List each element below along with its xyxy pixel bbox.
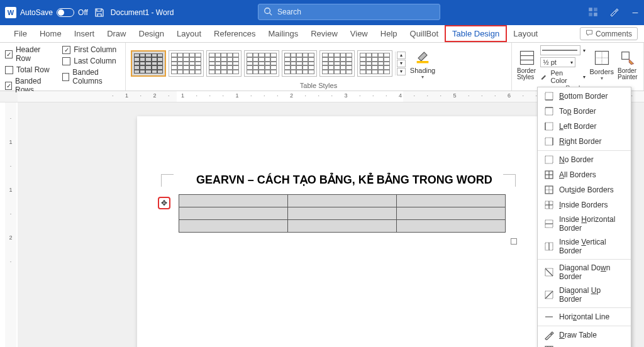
menu-draw-table[interactable]: Draw Table xyxy=(538,328,631,343)
tab-file[interactable]: File xyxy=(8,25,33,42)
group-borders: Border Styles ▾ ½ pt▾ Pen Color ▾ xyxy=(512,43,644,91)
diag-down-icon xyxy=(544,267,554,277)
menu-right-border[interactable]: Right Border xyxy=(538,134,631,149)
inside-borders-icon xyxy=(544,200,554,210)
table-move-handle[interactable]: ✥ xyxy=(158,197,170,209)
svg-rect-4 xyxy=(589,13,592,16)
chk-first-column[interactable]: First Column xyxy=(62,45,120,54)
brush-icon[interactable] xyxy=(609,7,619,19)
menu-inside-vertical-border[interactable]: Inside Vertical Border xyxy=(538,235,631,258)
left-border-icon xyxy=(544,121,554,131)
autosave-state: Off xyxy=(78,8,88,17)
svg-rect-21 xyxy=(545,138,553,145)
borders-icon xyxy=(593,49,611,67)
border-painter-button[interactable]: Border Painter xyxy=(618,49,638,80)
toggle-off-icon[interactable] xyxy=(57,8,74,17)
hline-icon xyxy=(544,312,554,322)
chk-header-row[interactable]: Header Row xyxy=(5,45,53,63)
svg-rect-19 xyxy=(545,123,553,130)
inside-h-border-icon xyxy=(544,219,554,229)
search-input[interactable]: Search xyxy=(258,4,440,20)
tab-layout2[interactable]: Layout xyxy=(507,25,544,42)
tab-mailings[interactable]: Mailings xyxy=(262,25,305,42)
line-style-select[interactable] xyxy=(540,45,580,55)
page[interactable]: GEARVN – CÁCH TẠO BẢNG, KẺ BẢNG TRONG WO… xyxy=(137,116,540,347)
shading-button[interactable]: Shading ▾ xyxy=(408,48,437,80)
tab-layout[interactable]: Layout xyxy=(170,25,208,42)
inside-v-border-icon xyxy=(544,241,554,251)
menu-diagonal-up-border[interactable]: Diagonal Up Border xyxy=(538,284,631,306)
comments-button[interactable]: Comments xyxy=(580,27,638,40)
tab-design[interactable]: Design xyxy=(133,25,170,42)
svg-rect-7 xyxy=(520,52,533,65)
tab-review[interactable]: Review xyxy=(304,25,344,42)
svg-rect-5 xyxy=(594,13,597,16)
document-table[interactable] xyxy=(179,194,506,233)
comment-icon xyxy=(586,29,593,38)
diag-up-icon xyxy=(544,290,554,300)
group-table-styles: ▴▾▾ Shading ▾ Table Styles xyxy=(126,43,512,91)
table-style-thumb-4[interactable] xyxy=(244,50,279,77)
margin-crop-mark xyxy=(503,174,516,187)
group-label-table-styles: Table Styles xyxy=(131,82,506,89)
chk-last-column[interactable]: Last Column xyxy=(62,57,120,65)
chevron-down-icon: ▾ xyxy=(421,74,424,80)
tab-view[interactable]: View xyxy=(344,25,374,42)
border-styles-button[interactable]: Border Styles xyxy=(517,49,536,80)
table-style-thumb-6[interactable] xyxy=(319,50,355,77)
border-weight-select[interactable]: ½ pt▾ xyxy=(540,57,575,67)
chk-total-row[interactable]: Total Row xyxy=(5,65,53,74)
table-style-thumb-7[interactable] xyxy=(357,50,392,77)
svg-line-1 xyxy=(270,13,272,15)
tab-quillbot[interactable]: QuillBot xyxy=(404,25,445,42)
tab-draw[interactable]: Draw xyxy=(101,25,132,42)
vertical-ruler[interactable]: ·1·1·2· xyxy=(5,102,16,347)
tab-table-design[interactable]: Table Design xyxy=(445,25,507,42)
svg-rect-17 xyxy=(545,107,553,115)
menu-horizontal-line[interactable]: Horizontal Line xyxy=(538,309,631,324)
document-title: Document1 - Word xyxy=(111,8,174,17)
menu-all-borders[interactable]: All Borders xyxy=(538,167,631,182)
table-style-thumb-5[interactable] xyxy=(282,50,317,77)
autosave-toggle[interactable]: AutoSave Off xyxy=(20,8,88,17)
chk-banded-columns[interactable]: Banded Columns xyxy=(62,68,120,85)
tab-insert[interactable]: Insert xyxy=(68,25,101,42)
svg-rect-15 xyxy=(545,92,553,100)
top-border-icon xyxy=(544,106,554,116)
svg-rect-14 xyxy=(622,52,630,60)
window-controls: ─ xyxy=(587,0,640,25)
chevron-down-icon: ▾ xyxy=(601,75,603,81)
chevron-down-icon[interactable]: ▾ xyxy=(583,48,586,53)
menu-outside-borders[interactable]: Outside Borders xyxy=(538,182,631,197)
menu-diagonal-down-border[interactable]: Diagonal Down Border xyxy=(538,261,631,284)
tab-home[interactable]: Home xyxy=(33,25,68,42)
right-border-icon xyxy=(544,136,554,146)
table-style-thumb-3[interactable] xyxy=(206,50,242,77)
document-heading[interactable]: GEARVN – CÁCH TẠO BẢNG, KẺ BẢNG TRONG WO… xyxy=(196,173,504,187)
pencil-icon xyxy=(544,330,554,340)
pen-color-button[interactable]: Pen Color ▾ xyxy=(540,69,586,84)
svg-point-0 xyxy=(265,8,270,13)
outside-borders-icon xyxy=(544,185,554,195)
table-styles-more[interactable]: ▴▾▾ xyxy=(395,52,406,75)
borders-split-button[interactable]: Borders ▾ xyxy=(589,49,614,81)
menu-top-border[interactable]: Top Border xyxy=(538,104,631,119)
menu-bottom-border[interactable]: Bottom Border xyxy=(538,89,631,104)
menu-no-border[interactable]: No Border xyxy=(538,152,631,167)
ribbon-tabs: File Home Insert Draw Design Layout Refe… xyxy=(0,25,644,43)
user-avatar-icon[interactable] xyxy=(587,6,597,19)
tab-help[interactable]: Help xyxy=(374,25,404,42)
table-style-thumb-2[interactable] xyxy=(169,50,204,77)
border-painter-icon xyxy=(619,49,636,67)
table-style-thumb-1[interactable] xyxy=(131,50,166,77)
svg-rect-3 xyxy=(594,8,597,11)
minimize-button[interactable]: ─ xyxy=(630,8,640,17)
menu-inside-borders[interactable]: Inside Borders xyxy=(538,197,631,212)
table-resize-handle[interactable] xyxy=(511,238,517,245)
tab-references[interactable]: References xyxy=(208,25,262,42)
menu-inside-horizontal-border[interactable]: Inside Horizontal Border xyxy=(538,212,631,235)
group-table-style-options: Header Row Total Row Banded Rows First C… xyxy=(0,43,126,91)
menu-view-gridlines[interactable]: View Gridlines xyxy=(538,343,631,347)
save-icon[interactable] xyxy=(94,8,104,18)
menu-left-border[interactable]: Left Border xyxy=(538,119,631,134)
